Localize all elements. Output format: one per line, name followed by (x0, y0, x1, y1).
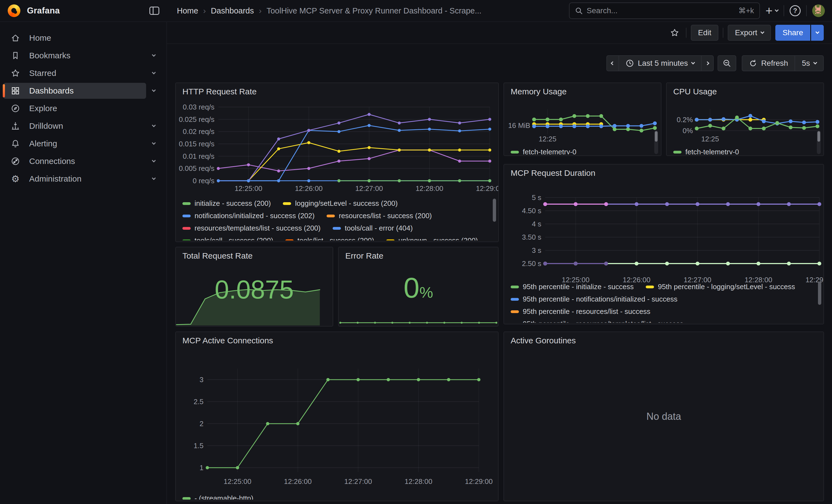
svg-text:12:26:00: 12:26:00 (295, 185, 323, 192)
http-request-rate-chart[interactable]: 0 req/s0.005 req/s0.01 req/s0.015 req/s0… (176, 100, 498, 212)
expand-chevron[interactable] (146, 160, 161, 163)
memory-legend: fetch-telemetry-0 (511, 146, 649, 154)
legend-item[interactable]: 95th percentile - resources/templates/li… (511, 320, 683, 323)
panel-title[interactable]: MCP Request Duration (511, 168, 595, 178)
expand-chevron[interactable] (146, 125, 161, 127)
svg-text:0.03 req/s: 0.03 req/s (183, 103, 214, 111)
time-shift-forward-button[interactable] (701, 55, 714, 71)
legend-scrollbar[interactable] (818, 282, 821, 305)
legend-color-chip (182, 215, 191, 217)
share-dropdown-button[interactable] (811, 25, 824, 41)
legend-item[interactable]: resources/list - success (200) (327, 212, 432, 220)
sidebar-item-connections[interactable]: Connections (0, 152, 166, 170)
zoom-out-button[interactable] (718, 55, 736, 71)
legend-item[interactable]: fetch-telemetry-0 (511, 148, 576, 154)
help-button[interactable]: ? (790, 5, 801, 16)
legend-color-chip (182, 202, 191, 205)
panel-memory-usage: Memory Usage 16 MiB12:25 fetch-telemetry… (503, 82, 661, 156)
export-button[interactable]: Export (728, 25, 771, 41)
svg-text:0 req/s: 0 req/s (192, 177, 214, 185)
legend-item[interactable]: 95th percentile - notifications/initiali… (511, 295, 677, 303)
panel-title[interactable]: Error Rate (345, 251, 383, 261)
body-row: Home Bookmarks Starred (0, 22, 832, 504)
time-shift-back-button[interactable] (606, 55, 619, 71)
svg-text:2.50 s: 2.50 s (522, 260, 542, 267)
breadcrumb-separator: › (259, 6, 262, 16)
legend-item[interactable]: logging/setLevel - success (200) (283, 199, 397, 208)
legend-color-chip (511, 323, 519, 323)
legend-scrollbar[interactable] (817, 130, 821, 154)
panel-error-rate: Error Rate 0% (338, 247, 498, 326)
nav-right: Search... ⌘+k + ? (569, 2, 832, 19)
legend-scrollbar[interactable] (654, 130, 658, 154)
legend-item[interactable]: resources/templates/list - success (200) (182, 224, 320, 233)
legend-color-chip (182, 227, 191, 230)
svg-text:1: 1 (200, 464, 203, 472)
dock-sidebar-icon (149, 7, 159, 15)
refresh-button[interactable]: Refresh (742, 55, 795, 71)
expand-chevron[interactable] (146, 142, 161, 145)
legend-item[interactable]: fetch-telemetry-0 (673, 148, 739, 154)
dashboard-toolbar: Edit Export Share (167, 22, 832, 44)
breadcrumb-home[interactable]: Home (177, 6, 198, 16)
grafana-app: Grafana Home › Dashboards › ToolHive MCP… (0, 0, 832, 504)
search-input[interactable]: Search... ⌘+k (569, 2, 760, 19)
mcp-active-connections-chart[interactable]: 32.521.5112:25:0012:26:0012:27:0012:28:0… (176, 349, 498, 492)
svg-text:12:26:00: 12:26:00 (284, 478, 312, 485)
memory-usage-chart[interactable]: 16 MiB12:25 (504, 97, 661, 148)
favorite-star-button[interactable] (668, 25, 681, 41)
svg-text:0.025 req/s: 0.025 req/s (179, 115, 215, 123)
chevron-down-icon (815, 30, 820, 34)
sidebar-item-alerting[interactable]: Alerting (0, 135, 166, 152)
stat-value: 0.0875 (176, 275, 333, 304)
legend-color-chip (646, 286, 654, 288)
panel-title[interactable]: HTTP Request Rate (182, 87, 257, 96)
legend-item[interactable]: unknown - success (200) (386, 236, 478, 240)
time-range-picker[interactable]: Last 5 minutes (619, 55, 702, 71)
user-avatar[interactable] (812, 4, 825, 17)
expand-chevron[interactable] (146, 72, 161, 75)
breadcrumb-dashboards[interactable]: Dashboards (211, 6, 254, 16)
legend-item[interactable]: tools/list - success (200) (285, 236, 374, 240)
panel-title[interactable]: Total Request Rate (182, 251, 253, 261)
svg-text:0.02 req/s: 0.02 req/s (183, 128, 214, 135)
edit-button[interactable]: Edit (691, 25, 718, 41)
panel-title[interactable]: CPU Usage (673, 87, 717, 96)
share-button[interactable]: Share (775, 25, 810, 41)
expand-chevron[interactable] (146, 178, 161, 180)
sidebar-item-bookmarks[interactable]: Bookmarks (0, 47, 166, 64)
legend-item[interactable]: 95th percentile - resources/list - succe… (511, 307, 650, 316)
legend-item[interactable]: notifications/initialized - success (202… (182, 212, 314, 220)
sidebar-item-explore[interactable]: Explore (0, 100, 166, 117)
svg-text:12:28:00: 12:28:00 (415, 185, 443, 192)
sidebar-item-starred[interactable]: Starred (0, 64, 166, 82)
sidebar-item-dashboards[interactable]: Dashboards (0, 82, 166, 100)
legend-item[interactable]: 95th percentile - logging/setLevel - suc… (646, 283, 795, 291)
dock-sidebar-button[interactable] (147, 4, 161, 18)
legend-item[interactable]: tools/call - success (200) (182, 236, 273, 240)
error-rate-sparkline[interactable] (339, 314, 498, 325)
cpu-legend: fetch-telemetry-0 (673, 146, 811, 154)
legend-color-chip (511, 286, 519, 288)
svg-text:0.2%: 0.2% (677, 116, 693, 124)
legend-item[interactable]: 95th percentile - initialize - success (511, 283, 634, 291)
legend-item[interactable]: tools/call - error (404) (333, 224, 413, 233)
sidebar-item-drilldown[interactable]: Drilldown (0, 117, 166, 135)
svg-text:16 MiB: 16 MiB (508, 122, 530, 129)
panel-title[interactable]: Memory Usage (511, 87, 567, 96)
legend-scrollbar[interactable] (493, 198, 496, 222)
legend-item[interactable]: - (streamable-http) (182, 494, 253, 500)
panel-active-goroutines: Active Goroutines No data (503, 331, 824, 501)
legend-item[interactable]: initialize - success (200) (182, 199, 271, 208)
expand-chevron[interactable] (146, 89, 161, 92)
add-new-button[interactable]: + (765, 5, 778, 16)
svg-text:5 s: 5 s (532, 194, 542, 202)
expand-chevron[interactable] (146, 54, 161, 57)
sidebar-item-administration[interactable]: ⚙ Administration (0, 170, 166, 188)
share-split-button: Share (775, 25, 824, 41)
refresh-interval-dropdown[interactable]: 5s (795, 55, 824, 71)
grafana-logo-icon[interactable] (8, 4, 20, 17)
panel-title[interactable]: MCP Active Connections (182, 336, 273, 345)
cpu-usage-chart[interactable]: 0.2%0%12:25 (667, 97, 824, 148)
sidebar-item-home[interactable]: Home (0, 29, 166, 47)
